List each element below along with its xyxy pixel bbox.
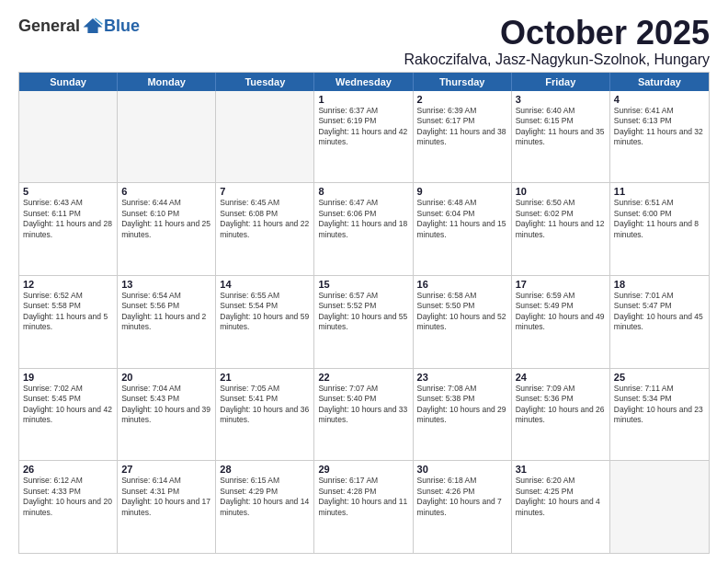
cal-cell-4-2: 28Sunrise: 6:15 AM Sunset: 4:29 PM Dayli… (216, 461, 314, 553)
week-row-2: 12Sunrise: 6:52 AM Sunset: 5:58 PM Dayli… (19, 276, 709, 369)
day-info: Sunrise: 6:40 AM Sunset: 6:15 PM Dayligh… (516, 106, 606, 148)
cal-cell-2-0: 12Sunrise: 6:52 AM Sunset: 5:58 PM Dayli… (19, 276, 118, 368)
day-number: 24 (516, 372, 606, 383)
day-info: Sunrise: 7:05 AM Sunset: 5:41 PM Dayligh… (220, 384, 310, 426)
day-number: 16 (417, 279, 507, 290)
header-sunday: Sunday (19, 73, 118, 91)
day-info: Sunrise: 6:51 AM Sunset: 6:00 PM Dayligh… (614, 198, 705, 240)
day-number: 26 (23, 464, 113, 475)
header-thursday: Thursday (414, 73, 512, 91)
day-number: 27 (121, 464, 211, 475)
cal-cell-2-4: 16Sunrise: 6:58 AM Sunset: 5:50 PM Dayli… (414, 276, 512, 368)
day-number: 7 (220, 186, 310, 197)
cal-cell-4-3: 29Sunrise: 6:17 AM Sunset: 4:28 PM Dayli… (314, 461, 413, 553)
cal-cell-3-5: 24Sunrise: 7:09 AM Sunset: 5:36 PM Dayli… (512, 369, 610, 461)
cal-cell-3-0: 19Sunrise: 7:02 AM Sunset: 5:45 PM Dayli… (19, 369, 118, 461)
header-wednesday: Wednesday (314, 73, 413, 91)
day-number: 31 (516, 464, 606, 475)
day-number: 9 (417, 186, 507, 197)
cal-cell-1-2: 7Sunrise: 6:45 AM Sunset: 6:08 PM Daylig… (216, 183, 314, 275)
cal-cell-2-1: 13Sunrise: 6:54 AM Sunset: 5:56 PM Dayli… (118, 276, 216, 368)
day-info: Sunrise: 6:57 AM Sunset: 5:52 PM Dayligh… (318, 291, 408, 333)
day-number: 19 (23, 372, 113, 383)
month-title: October 2025 (404, 15, 710, 52)
day-info: Sunrise: 6:59 AM Sunset: 5:49 PM Dayligh… (516, 291, 606, 333)
day-info: Sunrise: 7:02 AM Sunset: 5:45 PM Dayligh… (23, 384, 113, 426)
day-info: Sunrise: 6:45 AM Sunset: 6:08 PM Dayligh… (220, 198, 310, 240)
cal-cell-0-6: 4Sunrise: 6:41 AM Sunset: 6:13 PM Daylig… (610, 91, 709, 183)
cal-cell-1-4: 9Sunrise: 6:48 AM Sunset: 6:04 PM Daylig… (414, 183, 512, 275)
cal-cell-0-2 (216, 91, 314, 183)
day-number: 1 (318, 94, 408, 105)
cal-cell-3-2: 21Sunrise: 7:05 AM Sunset: 5:41 PM Dayli… (216, 369, 314, 461)
day-info: Sunrise: 7:07 AM Sunset: 5:40 PM Dayligh… (318, 384, 408, 426)
header: General Blue October 2025 Rakoczifalva, … (18, 15, 710, 68)
header-monday: Monday (118, 73, 216, 91)
day-info: Sunrise: 6:17 AM Sunset: 4:28 PM Dayligh… (318, 476, 408, 518)
cal-cell-2-2: 14Sunrise: 6:55 AM Sunset: 5:54 PM Dayli… (216, 276, 314, 368)
day-number: 28 (220, 464, 310, 475)
week-row-3: 19Sunrise: 7:02 AM Sunset: 5:45 PM Dayli… (19, 369, 709, 462)
logo-general-text: General (18, 17, 80, 36)
cal-cell-4-1: 27Sunrise: 6:14 AM Sunset: 4:31 PM Dayli… (118, 461, 216, 553)
day-info: Sunrise: 6:14 AM Sunset: 4:31 PM Dayligh… (121, 476, 211, 518)
cal-cell-3-1: 20Sunrise: 7:04 AM Sunset: 5:43 PM Dayli… (118, 369, 216, 461)
week-row-0: 1Sunrise: 6:37 AM Sunset: 6:19 PM Daylig… (19, 91, 709, 184)
day-info: Sunrise: 7:11 AM Sunset: 5:34 PM Dayligh… (614, 384, 705, 426)
week-row-4: 26Sunrise: 6:12 AM Sunset: 4:33 PM Dayli… (19, 461, 709, 553)
day-number: 23 (417, 372, 507, 383)
day-number: 15 (318, 279, 408, 290)
calendar-header: Sunday Monday Tuesday Wednesday Thursday… (19, 73, 709, 91)
location-title: Rakoczifalva, Jasz-Nagykun-Szolnok, Hung… (404, 52, 710, 68)
day-number: 18 (614, 279, 705, 290)
day-info: Sunrise: 6:12 AM Sunset: 4:33 PM Dayligh… (23, 476, 113, 518)
day-number: 22 (318, 372, 408, 383)
day-info: Sunrise: 6:52 AM Sunset: 5:58 PM Dayligh… (23, 291, 113, 333)
title-block: October 2025 Rakoczifalva, Jasz-Nagykun-… (404, 15, 710, 68)
day-info: Sunrise: 6:18 AM Sunset: 4:26 PM Dayligh… (417, 476, 507, 518)
cal-cell-2-3: 15Sunrise: 6:57 AM Sunset: 5:52 PM Dayli… (314, 276, 413, 368)
day-info: Sunrise: 7:08 AM Sunset: 5:38 PM Dayligh… (417, 384, 507, 426)
cal-cell-4-4: 30Sunrise: 6:18 AM Sunset: 4:26 PM Dayli… (414, 461, 512, 553)
day-info: Sunrise: 6:50 AM Sunset: 6:02 PM Dayligh… (516, 198, 606, 240)
cal-cell-2-5: 17Sunrise: 6:59 AM Sunset: 5:49 PM Dayli… (512, 276, 610, 368)
cal-cell-0-3: 1Sunrise: 6:37 AM Sunset: 6:19 PM Daylig… (314, 91, 413, 183)
day-number: 29 (318, 464, 408, 475)
logo: General Blue (18, 15, 140, 37)
day-number: 3 (516, 94, 606, 105)
cal-cell-0-4: 2Sunrise: 6:39 AM Sunset: 6:17 PM Daylig… (414, 91, 512, 183)
day-number: 6 (121, 186, 211, 197)
cal-cell-0-0 (19, 91, 118, 183)
day-info: Sunrise: 6:44 AM Sunset: 6:10 PM Dayligh… (121, 198, 211, 240)
day-info: Sunrise: 6:55 AM Sunset: 5:54 PM Dayligh… (220, 291, 310, 333)
day-info: Sunrise: 6:15 AM Sunset: 4:29 PM Dayligh… (220, 476, 310, 518)
day-info: Sunrise: 6:58 AM Sunset: 5:50 PM Dayligh… (417, 291, 507, 333)
logo-icon (82, 15, 104, 37)
day-number: 12 (23, 279, 113, 290)
day-number: 2 (417, 94, 507, 105)
day-info: Sunrise: 6:39 AM Sunset: 6:17 PM Dayligh… (417, 106, 507, 148)
cal-cell-0-5: 3Sunrise: 6:40 AM Sunset: 6:15 PM Daylig… (512, 91, 610, 183)
cal-cell-1-0: 5Sunrise: 6:43 AM Sunset: 6:11 PM Daylig… (19, 183, 118, 275)
day-number: 21 (220, 372, 310, 383)
cal-cell-4-0: 26Sunrise: 6:12 AM Sunset: 4:33 PM Dayli… (19, 461, 118, 553)
cal-cell-4-6 (610, 461, 709, 553)
day-number: 8 (318, 186, 408, 197)
cal-cell-1-1: 6Sunrise: 6:44 AM Sunset: 6:10 PM Daylig… (118, 183, 216, 275)
day-number: 25 (614, 372, 705, 383)
page: General Blue October 2025 Rakoczifalva, … (0, 0, 728, 563)
day-info: Sunrise: 7:01 AM Sunset: 5:47 PM Dayligh… (614, 291, 705, 333)
day-number: 30 (417, 464, 507, 475)
cal-cell-1-5: 10Sunrise: 6:50 AM Sunset: 6:02 PM Dayli… (512, 183, 610, 275)
day-info: Sunrise: 6:37 AM Sunset: 6:19 PM Dayligh… (318, 106, 408, 148)
day-number: 4 (614, 94, 705, 105)
day-info: Sunrise: 7:04 AM Sunset: 5:43 PM Dayligh… (121, 384, 211, 426)
header-friday: Friday (512, 73, 610, 91)
day-number: 11 (614, 186, 705, 197)
day-info: Sunrise: 6:48 AM Sunset: 6:04 PM Dayligh… (417, 198, 507, 240)
cal-cell-0-1 (118, 91, 216, 183)
week-row-1: 5Sunrise: 6:43 AM Sunset: 6:11 PM Daylig… (19, 183, 709, 276)
cal-cell-3-3: 22Sunrise: 7:07 AM Sunset: 5:40 PM Dayli… (314, 369, 413, 461)
cal-cell-1-6: 11Sunrise: 6:51 AM Sunset: 6:00 PM Dayli… (610, 183, 709, 275)
cal-cell-1-3: 8Sunrise: 6:47 AM Sunset: 6:06 PM Daylig… (314, 183, 413, 275)
